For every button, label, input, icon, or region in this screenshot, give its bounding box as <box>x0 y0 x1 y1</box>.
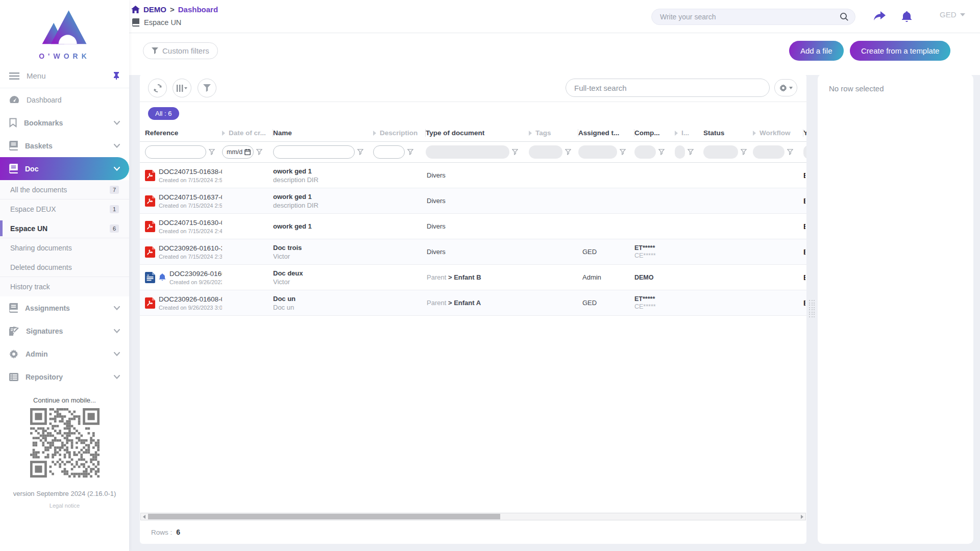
column-header-comp-[interactable]: Comp... <box>634 129 675 137</box>
hamburger-icon[interactable] <box>9 72 19 80</box>
columns-button[interactable] <box>173 79 191 97</box>
table-row[interactable]: DOC230926-01610-3Created on 7/15/2024 2:… <box>140 239 806 265</box>
scroll-right-arrow[interactable] <box>801 515 803 519</box>
expand-column-icon[interactable] <box>373 131 376 136</box>
column-header-status[interactable]: Status <box>703 129 753 137</box>
sidebar-item-dashboard[interactable]: Dashboard <box>0 88 129 111</box>
table-row[interactable]: DOC240715-01637-0Created on 7/15/2024 2:… <box>140 188 806 214</box>
document-reference: DOC240715-01638-0 <box>159 168 222 176</box>
create-from-template-button[interactable]: Create from a template <box>850 41 950 61</box>
table-row[interactable]: DOC230926-01608-0Created on 9/26/2023 3:… <box>140 290 806 316</box>
fulltext-search-input[interactable] <box>574 84 761 92</box>
sidebar-item-admin[interactable]: Admin <box>0 342 129 365</box>
expand-column-icon[interactable] <box>675 131 678 136</box>
funnel-outline-icon[interactable] <box>620 149 626 155</box>
home-icon[interactable] <box>131 6 140 13</box>
expand-column-icon[interactable] <box>753 131 756 136</box>
clipped-column-cell: E <box>803 222 806 231</box>
table-row[interactable]: wDOC230926-01609-0Created on 9/26/2023 3… <box>140 265 806 290</box>
company-sub: CE***** <box>634 303 675 310</box>
funnel-outline-icon[interactable] <box>688 149 694 155</box>
filter-button[interactable] <box>198 79 216 97</box>
column-header-y[interactable]: Y <box>803 129 806 137</box>
clipped-column-cell: E <box>803 299 806 307</box>
user-menu[interactable]: GED <box>940 10 965 19</box>
count-badge: 7 <box>110 186 119 194</box>
table-row[interactable]: DOC240715-01638-0Created on 7/15/2024 2:… <box>140 163 806 188</box>
panel-resize-handle[interactable] <box>809 300 816 317</box>
sidebar-subitem-deleted-documents[interactable]: Deleted documents <box>0 258 129 277</box>
search-icon[interactable] <box>840 12 849 21</box>
funnel-outline-icon[interactable] <box>256 149 262 155</box>
column-header-description[interactable]: Description <box>373 129 426 137</box>
document-name-subtitle: Doc un <box>273 304 373 311</box>
breadcrumb: DEMO > Dashboard <box>131 5 218 14</box>
document-reference: DOC230926-01610-3 <box>159 244 222 252</box>
filter-input-name[interactable] <box>273 145 355 159</box>
legal-notice-link[interactable]: Legal notice <box>0 503 129 509</box>
table-settings-button[interactable] <box>774 79 797 96</box>
pdf-file-icon <box>145 170 155 181</box>
type-parent-label: Parent <box>427 299 448 307</box>
clipped-value: E <box>803 299 805 307</box>
expand-column-icon[interactable] <box>529 131 532 136</box>
basket-icon <box>9 141 18 151</box>
scrollbar-thumb[interactable] <box>148 514 500 519</box>
sidebar-item-repository[interactable]: Repository <box>0 365 129 388</box>
scroll-left-arrow[interactable] <box>143 515 145 519</box>
calendar-icon[interactable] <box>244 149 251 155</box>
assigned-to-cell: Admin <box>578 273 634 281</box>
filter-input-description[interactable] <box>373 145 405 159</box>
filter-input-reference[interactable] <box>145 145 206 159</box>
column-header-i-[interactable]: I... <box>675 129 703 137</box>
sidebar-item-doc[interactable]: Doc <box>0 157 129 180</box>
table-row[interactable]: DOC240715-01630-0Created on 7/15/2024 2:… <box>140 214 806 239</box>
funnel-outline-icon[interactable] <box>512 149 518 155</box>
add-file-button[interactable]: Add a file <box>789 41 844 61</box>
global-search-input[interactable] <box>660 13 840 21</box>
column-header-label: Assigned t... <box>578 129 619 137</box>
share-icon[interactable] <box>872 9 887 24</box>
column-header-name[interactable]: Name <box>273 129 373 137</box>
sidebar-subitem-espace-deux[interactable]: Espace DEUX1 <box>0 199 129 219</box>
sidebar-item-baskets[interactable]: Baskets <box>0 134 129 157</box>
sidebar-subitem-sharing-documents[interactable]: Sharing documents <box>0 238 129 258</box>
type-of-document-cell: Divers <box>426 171 529 179</box>
pin-icon[interactable] <box>113 72 120 80</box>
sidebar-subitem-espace-un[interactable]: Espace UN6 <box>0 219 129 238</box>
column-header-reference[interactable]: Reference <box>145 129 222 137</box>
custom-filters-button[interactable]: Custom filters <box>143 42 218 59</box>
funnel-outline-icon[interactable] <box>658 149 665 155</box>
type-of-document-cell: Parent > Enfant B <box>426 273 529 281</box>
sidebar-subitem-history-track[interactable]: History track <box>0 277 129 296</box>
app-logo[interactable]: O'WORK <box>0 0 129 64</box>
funnel-outline-icon[interactable] <box>209 149 215 155</box>
horizontal-scrollbar[interactable] <box>140 513 806 520</box>
refresh-button[interactable] <box>148 79 167 97</box>
funnel-outline-icon[interactable] <box>407 149 413 155</box>
funnel-outline-icon[interactable] <box>787 149 793 155</box>
funnel-outline-icon[interactable] <box>357 149 363 155</box>
expand-column-icon[interactable] <box>222 131 225 136</box>
breadcrumb-root-link[interactable]: DEMO <box>143 5 166 14</box>
sidebar-item-label: Doc <box>25 165 114 173</box>
chevron-down-icon <box>114 306 120 310</box>
funnel-outline-icon[interactable] <box>565 149 571 155</box>
funnel-outline-icon[interactable] <box>741 149 747 155</box>
column-header-date-of-cr-[interactable]: Date of cr... <box>222 129 273 137</box>
filter-disabled-workflow <box>753 145 785 159</box>
notifications-bell-icon[interactable] <box>899 9 914 24</box>
filter-cell-y <box>803 145 806 159</box>
column-header-type-of-document[interactable]: Type of document <box>426 129 529 137</box>
all-count-badge[interactable]: All : 6 <box>148 107 179 120</box>
column-header-assigned-t-[interactable]: Assigned t... <box>578 129 634 137</box>
column-header-workflow[interactable]: Workflow <box>753 129 803 137</box>
sidebar-subitem-all-the-documents[interactable]: All the documents7 <box>0 180 129 199</box>
sidebar-item-bookmarks[interactable]: Bookmarks <box>0 111 129 134</box>
sidebar-item-signatures[interactable]: Signatures <box>0 319 129 342</box>
filter-date-input[interactable]: mm/d <box>222 145 254 159</box>
breadcrumb-current-link[interactable]: Dashboard <box>178 5 218 14</box>
filter-cell-type-of-document <box>426 145 529 159</box>
column-header-tags[interactable]: Tags <box>529 129 578 137</box>
sidebar-item-assignments[interactable]: Assignments <box>0 296 129 319</box>
